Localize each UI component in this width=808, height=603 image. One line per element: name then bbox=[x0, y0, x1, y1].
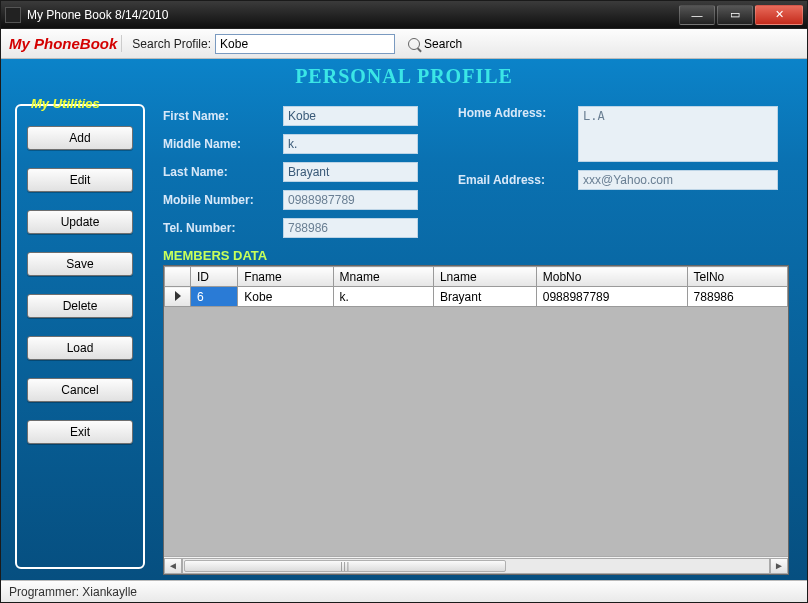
email-field[interactable] bbox=[578, 170, 778, 190]
email-label: Email Address: bbox=[458, 173, 568, 187]
row-indicator bbox=[165, 287, 191, 307]
col-id[interactable]: ID bbox=[191, 267, 238, 287]
members-data-label: MEMBERS DATA bbox=[163, 248, 789, 263]
app-window: My Phone Book 8/14/2010 — ▭ ✕ My PhoneBo… bbox=[0, 0, 808, 603]
first-name-row: First Name: bbox=[163, 106, 418, 126]
cancel-button[interactable]: Cancel bbox=[27, 378, 133, 402]
grid-empty-area bbox=[164, 307, 788, 556]
load-button[interactable]: Load bbox=[27, 336, 133, 360]
body-row: My Utilities Add Edit Update Save Delete… bbox=[1, 98, 807, 579]
page-title: PERSONAL PROFILE bbox=[1, 59, 807, 98]
tel-label: Tel. Number: bbox=[163, 221, 273, 235]
scroll-right-button[interactable]: ► bbox=[770, 558, 788, 574]
titlebar: My Phone Book 8/14/2010 — ▭ ✕ bbox=[1, 1, 807, 29]
col-lname[interactable]: Lname bbox=[433, 267, 536, 287]
home-address-field[interactable] bbox=[578, 106, 778, 162]
cell-lname[interactable]: Brayant bbox=[433, 287, 536, 307]
col-fname[interactable]: Fname bbox=[238, 267, 333, 287]
home-address-label: Home Address: bbox=[458, 106, 568, 120]
maximize-button[interactable]: ▭ bbox=[717, 5, 753, 25]
cell-id[interactable]: 6 bbox=[191, 287, 238, 307]
brand-label: My PhoneBook bbox=[7, 35, 122, 52]
last-name-label: Last Name: bbox=[163, 165, 273, 179]
horizontal-scrollbar[interactable]: ◄ ||| ► bbox=[164, 556, 788, 574]
table-header-row: ID Fname Mname Lname MobNo TelNo bbox=[165, 267, 788, 287]
form-area: First Name: Middle Name: Last Name: bbox=[155, 98, 807, 579]
tel-field[interactable] bbox=[283, 218, 418, 238]
search-profile-label: Search Profile: bbox=[130, 37, 211, 51]
close-button[interactable]: ✕ bbox=[755, 5, 803, 25]
cell-mname[interactable]: k. bbox=[333, 287, 433, 307]
col-telno[interactable]: TelNo bbox=[687, 267, 787, 287]
search-button[interactable]: Search bbox=[399, 35, 471, 53]
utilities-groupbox: My Utilities Add Edit Update Save Delete… bbox=[15, 104, 145, 569]
cell-fname[interactable]: Kobe bbox=[238, 287, 333, 307]
first-name-label: First Name: bbox=[163, 109, 273, 123]
mobile-field[interactable] bbox=[283, 190, 418, 210]
window-controls: — ▭ ✕ bbox=[677, 5, 803, 25]
app-icon bbox=[5, 7, 21, 23]
form-col-right: Home Address: Email Address: bbox=[458, 106, 778, 238]
mobile-label: Mobile Number: bbox=[163, 193, 273, 207]
form-grid: First Name: Middle Name: Last Name: bbox=[163, 106, 789, 238]
window-title: My Phone Book 8/14/2010 bbox=[27, 8, 677, 22]
search-button-label: Search bbox=[424, 37, 462, 51]
form-col-left: First Name: Middle Name: Last Name: bbox=[163, 106, 418, 238]
middle-name-field[interactable] bbox=[283, 134, 418, 154]
col-mobno[interactable]: MobNo bbox=[536, 267, 687, 287]
mobile-row: Mobile Number: bbox=[163, 190, 418, 210]
minimize-button[interactable]: — bbox=[679, 5, 715, 25]
edit-button[interactable]: Edit bbox=[27, 168, 133, 192]
first-name-field[interactable] bbox=[283, 106, 418, 126]
utilities-title: My Utilities bbox=[27, 96, 104, 111]
statusbar: Programmer: Xiankaylle bbox=[1, 580, 807, 602]
table-row[interactable]: 6 Kobe k. Brayant 0988987789 788986 bbox=[165, 287, 788, 307]
col-mname[interactable]: Mname bbox=[333, 267, 433, 287]
scroll-left-button[interactable]: ◄ bbox=[164, 558, 182, 574]
home-row: Home Address: bbox=[458, 106, 778, 162]
search-icon bbox=[408, 38, 420, 50]
middle-name-label: Middle Name: bbox=[163, 137, 273, 151]
last-name-row: Last Name: bbox=[163, 162, 418, 182]
middle-name-row: Middle Name: bbox=[163, 134, 418, 154]
last-name-field[interactable] bbox=[283, 162, 418, 182]
status-text: Programmer: Xiankaylle bbox=[9, 585, 137, 599]
email-row: Email Address: bbox=[458, 170, 778, 190]
members-table[interactable]: ID Fname Mname Lname MobNo TelNo bbox=[164, 266, 788, 307]
update-button[interactable]: Update bbox=[27, 210, 133, 234]
add-button[interactable]: Add bbox=[27, 126, 133, 150]
search-input[interactable] bbox=[215, 34, 395, 54]
members-grid: ID Fname Mname Lname MobNo TelNo bbox=[163, 265, 789, 575]
scroll-track[interactable]: ||| bbox=[182, 558, 770, 574]
cell-mobno[interactable]: 0988987789 bbox=[536, 287, 687, 307]
scroll-thumb[interactable]: ||| bbox=[184, 560, 506, 572]
toolbar: My PhoneBook Search Profile: Search bbox=[1, 29, 807, 59]
save-button[interactable]: Save bbox=[27, 252, 133, 276]
exit-button[interactable]: Exit bbox=[27, 420, 133, 444]
delete-button[interactable]: Delete bbox=[27, 294, 133, 318]
pointer-icon bbox=[175, 291, 181, 301]
cell-telno[interactable]: 788986 bbox=[687, 287, 787, 307]
tel-row: Tel. Number: bbox=[163, 218, 418, 238]
row-header-blank bbox=[165, 267, 191, 287]
content-area: PERSONAL PROFILE My Utilities Add Edit U… bbox=[1, 59, 807, 580]
